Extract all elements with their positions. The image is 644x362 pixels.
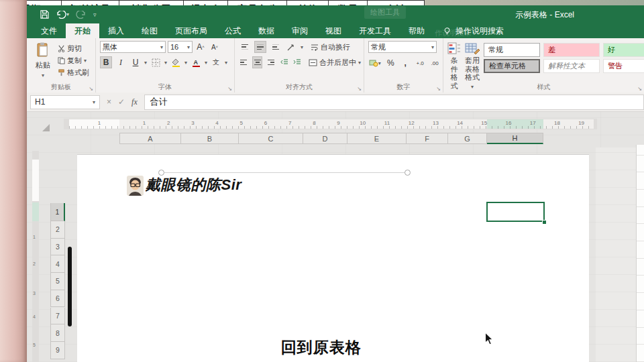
align-left-icon[interactable] bbox=[239, 56, 249, 68]
dialog-launcher-icon[interactable]: ↘ bbox=[89, 86, 93, 92]
group-label: 对齐方式 bbox=[235, 82, 364, 92]
row-header-2[interactable]: 2 bbox=[50, 221, 65, 239]
merge-center-icon bbox=[309, 59, 317, 66]
name-box[interactable]: H1▾ bbox=[30, 95, 100, 109]
column-header-G[interactable]: G bbox=[448, 133, 487, 144]
group-alignment: ▾ 自动换行 合并后居中▾ 对齐方式 ↘ bbox=[235, 38, 364, 93]
dialog-launcher-icon[interactable]: ↘ bbox=[637, 86, 642, 92]
column-header-B[interactable]: B bbox=[181, 133, 239, 144]
cancel-icon[interactable]: × bbox=[107, 97, 111, 107]
paste-button[interactable]: 粘贴▾ bbox=[31, 41, 55, 78]
formula-input[interactable]: 合计 bbox=[144, 95, 644, 110]
copy-button[interactable]: 复制▾ bbox=[58, 56, 89, 66]
tab-帮助[interactable]: 帮助 bbox=[400, 23, 433, 38]
wrap-text-button[interactable]: 自动换行 bbox=[311, 42, 350, 52]
cell-style-好[interactable]: 好 bbox=[603, 43, 644, 57]
align-center-icon[interactable] bbox=[252, 56, 262, 68]
format-painter-button[interactable]: 格式刷 bbox=[58, 68, 89, 78]
undo-icon[interactable]: ▾ bbox=[56, 11, 69, 19]
orientation-icon[interactable] bbox=[285, 41, 297, 53]
group-number: 常规▾ ▾ % , +.0 .00 数字 ↘ bbox=[364, 38, 443, 93]
increase-font-icon[interactable]: A˄ bbox=[195, 41, 207, 53]
row-header-9[interactable]: 9 bbox=[50, 342, 65, 359]
tab-开发工具[interactable]: 开发工具 bbox=[350, 23, 400, 38]
cell-style-检查单元格[interactable]: 检查单元格 bbox=[484, 59, 540, 73]
cell-style-解释性文本[interactable]: 解释性文本 bbox=[543, 59, 600, 73]
column-header-D[interactable]: D bbox=[303, 133, 347, 144]
row-header-5[interactable]: 5 bbox=[50, 273, 65, 290]
font-name-combo[interactable]: 黑体▾ bbox=[100, 41, 166, 53]
underline-button[interactable]: U bbox=[129, 56, 142, 68]
tab-数据[interactable]: 数据 bbox=[250, 23, 283, 38]
column-header-H[interactable]: H bbox=[487, 133, 543, 144]
decrease-decimal-icon[interactable]: .00 bbox=[429, 57, 440, 69]
dialog-launcher-icon[interactable]: ↘ bbox=[436, 86, 441, 92]
tab-开始[interactable]: 开始 bbox=[66, 23, 99, 38]
column-header-F[interactable]: F bbox=[407, 133, 448, 144]
mouse-cursor bbox=[484, 332, 494, 346]
insert-function-icon[interactable]: fx bbox=[131, 97, 138, 107]
font-color-icon[interactable]: A bbox=[190, 56, 202, 68]
select-all-corner[interactable] bbox=[42, 124, 50, 131]
tab-页面布局[interactable]: 页面布局 bbox=[166, 23, 216, 38]
row-header-3[interactable]: 3 bbox=[50, 239, 65, 256]
ruler-number: 1 bbox=[98, 120, 101, 126]
column-header-A[interactable]: A bbox=[119, 133, 181, 144]
align-top-icon[interactable] bbox=[239, 41, 251, 53]
cell-style-常规[interactable]: 常规 bbox=[484, 43, 540, 57]
shape-selection-line[interactable] bbox=[164, 172, 408, 173]
ghost-search-echo: 作说明搜索 bbox=[435, 28, 472, 38]
dialog-launcher-icon[interactable]: ↘ bbox=[227, 86, 232, 92]
group-font: 黑体▾ 16▾ A˄ A˅ B I U▾ ▾ ▾ A ▾ 文▾ 字体 ↘ bbox=[96, 38, 235, 93]
conditional-formatting-icon bbox=[447, 42, 461, 54]
shape-handle[interactable] bbox=[405, 170, 411, 176]
column-header-C[interactable]: C bbox=[239, 133, 303, 144]
align-middle-icon[interactable] bbox=[254, 41, 266, 53]
tab-文件[interactable]: 文件 bbox=[32, 23, 66, 38]
align-bottom-icon[interactable] bbox=[270, 41, 282, 53]
font-size-combo[interactable]: 16▾ bbox=[168, 41, 193, 53]
increase-indent-icon[interactable] bbox=[292, 56, 303, 68]
row-header-1[interactable]: 1 bbox=[50, 203, 65, 221]
italic-button[interactable]: I bbox=[115, 56, 127, 68]
increase-decimal-icon[interactable]: +.0 bbox=[415, 57, 425, 69]
tab-绘图[interactable]: 绘图 bbox=[133, 23, 166, 38]
phonetic-guide-icon[interactable]: 文 bbox=[210, 56, 222, 68]
logo-avatar[interactable] bbox=[127, 176, 144, 196]
next-page-cells bbox=[636, 145, 644, 362]
align-right-icon[interactable] bbox=[266, 56, 276, 68]
number-format-combo[interactable]: 常规▾ bbox=[368, 41, 437, 53]
copy-icon bbox=[58, 57, 65, 64]
cell-style-差[interactable]: 差 bbox=[543, 43, 600, 57]
dialog-launcher-icon[interactable]: ↘ bbox=[357, 86, 362, 92]
tab-审阅[interactable]: 审阅 bbox=[283, 23, 317, 38]
enter-icon[interactable]: ✓ bbox=[118, 97, 125, 107]
row-header-6[interactable]: 6 bbox=[50, 290, 65, 308]
comma-style-icon[interactable]: , bbox=[400, 57, 411, 69]
redo-icon[interactable] bbox=[76, 11, 87, 19]
cell-style-警告[interactable]: 警告 bbox=[603, 59, 644, 73]
row-header-7[interactable]: 7 bbox=[50, 308, 65, 325]
ruler-number: 18 bbox=[554, 120, 560, 126]
tab-视图[interactable]: 视图 bbox=[317, 23, 350, 38]
fill-handle[interactable] bbox=[542, 220, 547, 225]
borders-icon[interactable] bbox=[150, 56, 162, 68]
merge-center-button[interactable]: 合并后居中▾ bbox=[309, 58, 361, 68]
column-header-E[interactable]: E bbox=[347, 133, 407, 144]
tab-公式[interactable]: 公式 bbox=[216, 23, 250, 38]
cut-button[interactable]: 剪切 bbox=[58, 44, 89, 54]
row-header-8[interactable]: 8 bbox=[50, 324, 65, 342]
decrease-indent-icon[interactable] bbox=[279, 56, 289, 68]
percent-style-icon[interactable]: % bbox=[385, 57, 396, 69]
ribbon-tab-row: 文件开始插入绘图页面布局公式数据审阅视图开发工具帮助 操作说明搜索 bbox=[27, 23, 644, 38]
decrease-font-icon[interactable]: A˅ bbox=[209, 41, 221, 53]
next-page-area bbox=[596, 147, 636, 362]
bold-button[interactable]: B bbox=[100, 56, 112, 68]
tab-插入[interactable]: 插入 bbox=[99, 23, 133, 38]
accounting-format-icon[interactable]: ▾ bbox=[368, 57, 381, 69]
row-header-4[interactable]: 4 bbox=[50, 255, 65, 273]
customize-qat-icon[interactable]: ▿ bbox=[93, 11, 97, 18]
fill-color-icon[interactable] bbox=[170, 56, 182, 68]
save-icon[interactable] bbox=[40, 10, 49, 19]
logo-text[interactable]: 戴眼镜的陈Sir bbox=[146, 175, 241, 195]
